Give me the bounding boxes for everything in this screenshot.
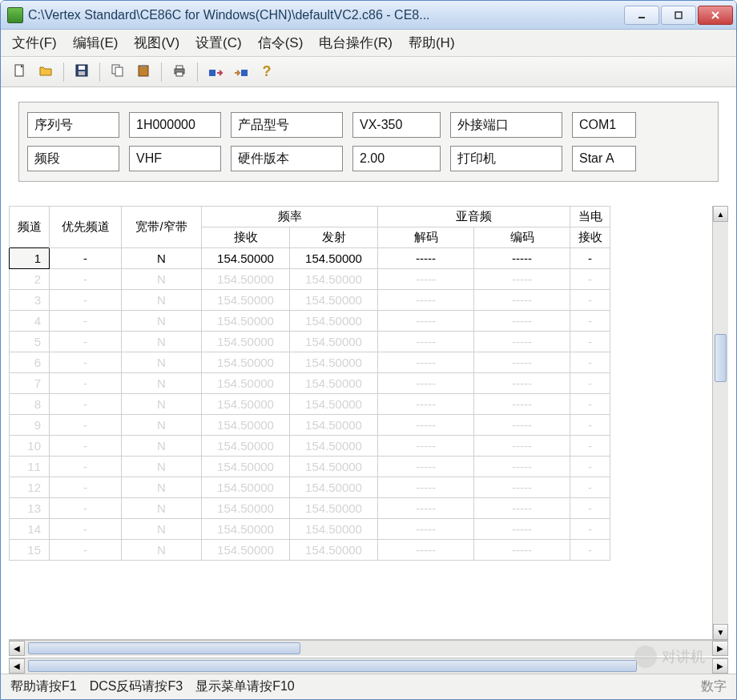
cell-tx[interactable]: 154.50000 bbox=[290, 352, 378, 373]
col-encode[interactable]: 编码 bbox=[474, 227, 570, 248]
scroll-up-icon[interactable]: ▲ bbox=[713, 206, 728, 222]
minimize-button[interactable] bbox=[624, 6, 659, 25]
cell-tx[interactable]: 154.50000 bbox=[290, 311, 378, 332]
cell-encode[interactable]: ----- bbox=[474, 457, 570, 477]
cell-bandwidth[interactable]: N bbox=[122, 352, 202, 373]
menu-setup[interactable]: 设置(C) bbox=[195, 34, 242, 52]
cell-power-rx[interactable]: - bbox=[570, 540, 610, 561]
cell-power-rx[interactable]: - bbox=[570, 311, 610, 332]
cell-encode[interactable]: ----- bbox=[474, 269, 570, 290]
cell-priority[interactable]: - bbox=[50, 477, 122, 498]
col-rx[interactable]: 接收 bbox=[202, 227, 290, 248]
cell-tx[interactable]: 154.50000 bbox=[290, 540, 378, 561]
table-row[interactable]: 4-N154.50000154.50000----------- bbox=[10, 311, 610, 332]
cell-rx[interactable]: 154.50000 bbox=[202, 519, 290, 540]
cell-channel[interactable]: 11 bbox=[10, 457, 50, 477]
cell-decode[interactable]: ----- bbox=[378, 269, 474, 290]
cell-rx[interactable]: 154.50000 bbox=[202, 373, 290, 394]
cell-channel[interactable]: 1 bbox=[10, 248, 50, 269]
cell-tx[interactable]: 154.50000 bbox=[290, 436, 378, 457]
cell-bandwidth[interactable]: N bbox=[122, 457, 202, 477]
cell-priority[interactable]: - bbox=[50, 394, 122, 415]
table-row[interactable]: 12-N154.50000154.50000----------- bbox=[10, 477, 610, 498]
scroll-thumb[interactable] bbox=[28, 660, 637, 672]
cell-bandwidth[interactable]: N bbox=[122, 269, 202, 290]
cell-rx[interactable]: 154.50000 bbox=[202, 498, 290, 519]
table-row[interactable]: 7-N154.50000154.50000----------- bbox=[10, 373, 610, 394]
cell-encode[interactable]: ----- bbox=[474, 540, 570, 561]
cell-power-rx[interactable]: - bbox=[570, 498, 610, 519]
cell-rx[interactable]: 154.50000 bbox=[202, 415, 290, 436]
cell-bandwidth[interactable]: N bbox=[122, 477, 202, 498]
cell-decode[interactable]: ----- bbox=[378, 519, 474, 540]
cell-priority[interactable]: - bbox=[50, 519, 122, 540]
cell-decode[interactable]: ----- bbox=[378, 290, 474, 311]
cell-channel[interactable]: 2 bbox=[10, 269, 50, 290]
cell-tx[interactable]: 154.50000 bbox=[290, 457, 378, 477]
cell-priority[interactable]: - bbox=[50, 540, 122, 561]
cell-power-rx[interactable]: - bbox=[570, 436, 610, 457]
cell-tx[interactable]: 154.50000 bbox=[290, 373, 378, 394]
cell-encode[interactable]: ----- bbox=[474, 290, 570, 311]
cell-encode[interactable]: ----- bbox=[474, 415, 570, 436]
cell-tx[interactable]: 154.50000 bbox=[290, 415, 378, 436]
prodtype-value[interactable]: VX-350 bbox=[352, 112, 441, 138]
colgroup-power[interactable]: 当电 bbox=[570, 207, 610, 227]
col-channel[interactable]: 频道 bbox=[10, 207, 50, 248]
table-row[interactable]: 9-N154.50000154.50000----------- bbox=[10, 415, 610, 436]
cell-channel[interactable]: 3 bbox=[10, 290, 50, 311]
grid-horizontal-scrollbar[interactable]: ◀ ▶ bbox=[9, 640, 728, 656]
scroll-right-icon[interactable]: ▶ bbox=[712, 641, 728, 656]
cell-priority[interactable]: - bbox=[50, 436, 122, 457]
table-row[interactable]: 14-N154.50000154.50000----------- bbox=[10, 519, 610, 540]
col-priority[interactable]: 优先频道 bbox=[50, 207, 122, 248]
cell-bandwidth[interactable]: N bbox=[122, 415, 202, 436]
outer-horizontal-scrollbar[interactable]: ◀ ▶ bbox=[9, 658, 728, 674]
cell-tx[interactable]: 154.50000 bbox=[290, 394, 378, 415]
scroll-thumb[interactable] bbox=[715, 334, 727, 382]
cell-bandwidth[interactable]: N bbox=[122, 248, 202, 269]
cell-decode[interactable]: ----- bbox=[378, 436, 474, 457]
menu-edit[interactable]: 编辑(E) bbox=[73, 34, 119, 52]
hwver-value[interactable]: 2.00 bbox=[352, 146, 441, 171]
cell-power-rx[interactable]: - bbox=[570, 290, 610, 311]
cell-decode[interactable]: ----- bbox=[378, 311, 474, 332]
cell-power-rx[interactable]: - bbox=[570, 332, 610, 352]
cell-channel[interactable]: 4 bbox=[10, 311, 50, 332]
cell-channel[interactable]: 12 bbox=[10, 477, 50, 498]
cell-power-rx[interactable]: - bbox=[570, 269, 610, 290]
cell-channel[interactable]: 6 bbox=[10, 352, 50, 373]
cell-encode[interactable]: ----- bbox=[474, 477, 570, 498]
cell-decode[interactable]: ----- bbox=[378, 498, 474, 519]
printer-value[interactable]: Star A bbox=[572, 146, 636, 171]
colgroup-tone[interactable]: 亚音频 bbox=[378, 207, 570, 227]
scroll-left-icon[interactable]: ◀ bbox=[9, 641, 25, 656]
table-row[interactable]: 10-N154.50000154.50000----------- bbox=[10, 436, 610, 457]
maximize-button[interactable] bbox=[661, 6, 696, 25]
channel-grid[interactable]: 频道 优先频道 宽带/窄带 频率 亚音频 当电 接收 发射 解码 编码 bbox=[9, 206, 712, 640]
cell-priority[interactable]: - bbox=[50, 498, 122, 519]
col-bandwidth[interactable]: 宽带/窄带 bbox=[122, 207, 202, 248]
cell-power-rx[interactable]: - bbox=[570, 248, 610, 269]
cell-channel[interactable]: 15 bbox=[10, 540, 50, 561]
cell-bandwidth[interactable]: N bbox=[122, 394, 202, 415]
cell-priority[interactable]: - bbox=[50, 457, 122, 477]
cell-decode[interactable]: ----- bbox=[378, 477, 474, 498]
table-row[interactable]: 8-N154.50000154.50000----------- bbox=[10, 394, 610, 415]
table-row[interactable]: 6-N154.50000154.50000----------- bbox=[10, 352, 610, 373]
grid-vertical-scrollbar[interactable]: ▲ ▼ bbox=[712, 206, 728, 640]
cell-power-rx[interactable]: - bbox=[570, 519, 610, 540]
cell-rx[interactable]: 154.50000 bbox=[202, 332, 290, 352]
cell-decode[interactable]: ----- bbox=[378, 248, 474, 269]
cell-rx[interactable]: 154.50000 bbox=[202, 457, 290, 477]
menu-radio[interactable]: 电台操作(R) bbox=[319, 34, 393, 52]
cell-encode[interactable]: ----- bbox=[474, 332, 570, 352]
cell-bandwidth[interactable]: N bbox=[122, 290, 202, 311]
cell-channel[interactable]: 10 bbox=[10, 436, 50, 457]
cell-bandwidth[interactable]: N bbox=[122, 540, 202, 561]
table-row[interactable]: 15-N154.50000154.50000----------- bbox=[10, 540, 610, 561]
upload-button[interactable] bbox=[204, 61, 227, 83]
cell-tx[interactable]: 154.50000 bbox=[290, 519, 378, 540]
cell-power-rx[interactable]: - bbox=[570, 394, 610, 415]
cell-encode[interactable]: ----- bbox=[474, 436, 570, 457]
